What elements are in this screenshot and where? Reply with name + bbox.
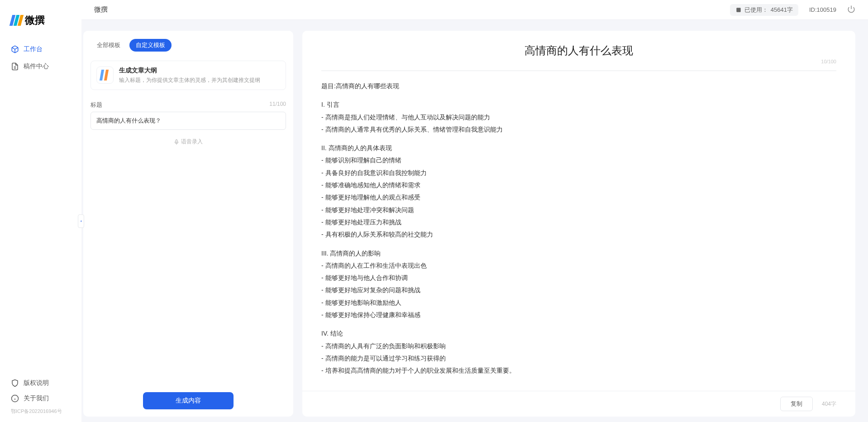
usage-label: 已使用：	[744, 6, 768, 14]
collapse-handle[interactable]	[78, 214, 84, 228]
output-line: 题目:高情商的人有哪些表现	[321, 80, 836, 92]
sidebar-footer: 版权说明 关于我们 鄂ICP备2022016946号	[0, 375, 81, 422]
output-line: - 高情商的能力是可以通过学习和练习获得的	[321, 352, 836, 365]
power-icon	[847, 5, 855, 13]
chevron-left-icon	[79, 218, 83, 224]
logo-text: 微撰	[25, 14, 45, 27]
output-section: II. 高情商的人的具体表现- 能够识别和理解自己的情绪- 具备良好的自我意识和…	[321, 142, 836, 241]
output-body: 题目:高情商的人有哪些表现I. 引言- 高情商是指人们处理情绪、与他人互动以及解…	[302, 71, 855, 391]
nav-label: 工作台	[24, 45, 43, 53]
output-title: 高情商的人有什么表现	[321, 43, 836, 58]
template-desc: 输入标题，为你提供文章主体的灵感，并为其创建推文提纲	[119, 76, 280, 84]
topbar: 微撰 已使用： 45641字 ID:100519	[81, 0, 868, 20]
footer-label: 版权说明	[24, 379, 49, 387]
output-line: II. 高情商的人的具体表现	[321, 142, 836, 154]
sidebar-nav: 工作台 稿件中心	[0, 41, 81, 375]
output-line: - 能够更好地保持心理健康和幸福感	[321, 309, 836, 321]
cube-icon	[11, 45, 19, 53]
mic-icon	[174, 139, 179, 145]
output-line: - 能够更好地与他人合作和协调	[321, 272, 836, 284]
voice-label: 语音录入	[181, 138, 203, 146]
template-title: 生成文章大纲	[119, 66, 280, 75]
page-title: 微撰	[94, 5, 108, 14]
shield-icon	[11, 379, 19, 387]
title-input[interactable]: 高情商的人有什么表现？	[91, 112, 286, 130]
output-section: III. 高情商的人的影响- 高情商的人在工作和生活中表现出色- 能够更好地与他…	[321, 247, 836, 322]
output-title-counter: 10/100	[321, 59, 836, 64]
logo: 微撰	[0, 9, 81, 41]
usage-pill: 已使用： 45641字	[730, 4, 798, 16]
nav-drafts[interactable]: 稿件中心	[0, 58, 81, 75]
output-line: - 能够更好地应对复杂的问题和挑战	[321, 284, 836, 296]
info-icon	[11, 394, 19, 403]
output-line: IV. 结论	[321, 327, 836, 340]
output-section: I. 引言- 高情商是指人们处理情绪、与他人互动以及解决问题的能力- 高情商的人…	[321, 99, 836, 136]
user-id: ID:100519	[809, 6, 836, 13]
usage-value: 45641字	[771, 6, 793, 14]
footer-copyright[interactable]: 版权说明	[0, 375, 81, 391]
logo-icon	[11, 15, 22, 26]
output-line: - 高情商的人通常具有优秀的人际关系、情绪管理和自我意识能力	[321, 123, 836, 136]
output-section: 题目:高情商的人有哪些表现	[321, 80, 836, 92]
footer-label: 关于我们	[24, 394, 49, 403]
tab-all-templates[interactable]: 全部模板	[91, 39, 127, 52]
output-line: I. 引言	[321, 99, 836, 111]
output-line: - 培养和提高高情商的能力对于个人的职业发展和生活质量至关重要。	[321, 365, 836, 377]
text-icon	[735, 7, 742, 13]
copy-button[interactable]: 复制	[780, 397, 813, 411]
output-line: III. 高情商的人的影响	[321, 247, 836, 260]
svg-rect-3	[736, 8, 740, 12]
template-card[interactable]: 生成文章大纲 输入标题，为你提供文章主体的灵感，并为其创建推文提纲	[91, 61, 286, 90]
output-line: - 高情商的人具有广泛的负面影响和积极影响	[321, 340, 836, 352]
tab-custom-templates[interactable]: 自定义模板	[129, 39, 172, 52]
output-line: - 能够识别和理解自己的情绪	[321, 154, 836, 166]
tabs: 全部模板 自定义模板	[83, 31, 293, 57]
word-count: 404字	[822, 400, 836, 408]
output-line: - 能够更好地处理压力和挑战	[321, 216, 836, 228]
nav-label: 稿件中心	[24, 62, 49, 71]
output-line: - 能够更好地影响和激励他人	[321, 297, 836, 309]
output-line: - 具备良好的自我意识和自我控制能力	[321, 167, 836, 179]
panel-left: 全部模板 自定义模板 生成文章大纲 输入标题，为你提供文章主体的灵感，并为其创建…	[83, 31, 293, 417]
output-line: - 高情商的人在工作和生活中表现出色	[321, 260, 836, 272]
output-section: IV. 结论- 高情商的人具有广泛的负面影响和积极影响- 高情商的能力是可以通过…	[321, 327, 836, 377]
power-button[interactable]	[847, 5, 855, 14]
output-line: - 能够准确地感知他人的情绪和需求	[321, 179, 836, 191]
generate-button[interactable]: 生成内容	[143, 392, 234, 409]
icp-text: 鄂ICP备2022016946号	[0, 406, 81, 417]
template-icon	[96, 66, 114, 84]
nav-workbench[interactable]: 工作台	[0, 41, 81, 58]
voice-input-button[interactable]: 语音录入	[83, 130, 293, 154]
sidebar: 微撰 工作台 稿件中心 版权说明 关于我们 鄂ICP备2022016946号	[0, 0, 81, 422]
panel-right: 高情商的人有什么表现 10/100 题目:高情商的人有哪些表现I. 引言- 高情…	[302, 31, 855, 417]
output-line: - 高情商是指人们处理情绪、与他人互动以及解决问题的能力	[321, 111, 836, 123]
output-line: - 能够更好地处理冲突和解决问题	[321, 204, 836, 216]
footer-about[interactable]: 关于我们	[0, 391, 81, 406]
output-line: - 能够更好地理解他人的观点和感受	[321, 191, 836, 204]
field-label: 标题	[91, 101, 102, 109]
field-counter: 11/100	[269, 101, 286, 109]
document-icon	[11, 62, 19, 71]
output-line: - 具有积极的人际关系和较高的社交能力	[321, 228, 836, 241]
